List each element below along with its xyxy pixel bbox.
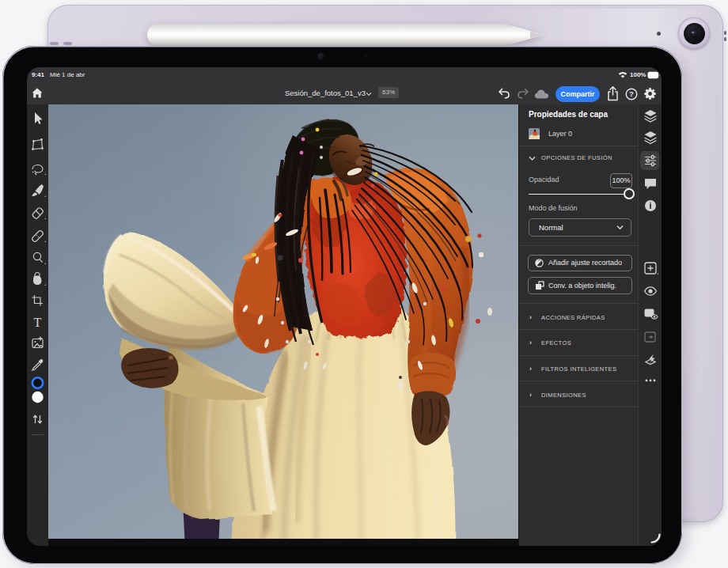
svg-text:?: ? bbox=[629, 89, 634, 98]
svg-text:T: T bbox=[34, 316, 42, 329]
